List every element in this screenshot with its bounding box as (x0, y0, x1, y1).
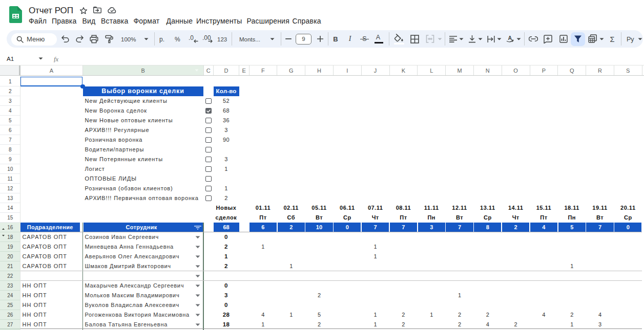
svg-text:fx: fx (54, 55, 58, 62)
